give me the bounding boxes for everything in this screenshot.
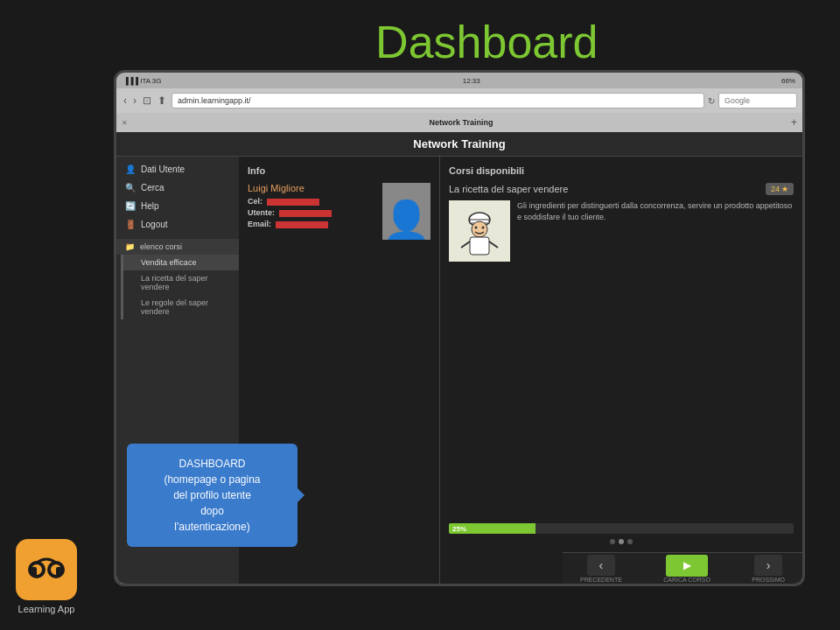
svg-point-4 bbox=[475, 227, 478, 229]
utente-label: Utente: bbox=[248, 208, 275, 217]
dot-2 bbox=[619, 539, 624, 544]
tab-close-button[interactable]: ✕ bbox=[122, 119, 128, 127]
info-section-title: Info bbox=[248, 165, 430, 176]
url-bar[interactable] bbox=[172, 93, 704, 108]
courses-section-title: Corsi disponibili bbox=[449, 165, 794, 176]
course-badge: 24 ★ bbox=[766, 183, 794, 195]
prev-nav-item: ‹ PRECEDENTE bbox=[580, 555, 622, 583]
next-nav-item: › PROSSIMO bbox=[752, 555, 785, 583]
progress-bar-background: 25% bbox=[449, 523, 794, 534]
help-icon: 🔄 bbox=[125, 201, 136, 211]
logo-svg bbox=[24, 552, 68, 587]
badge-number: 24 bbox=[771, 185, 780, 193]
chef-illustration bbox=[449, 200, 510, 262]
bottom-nav: ‹ PRECEDENTE ▶ CARICA CORSO › PROSSIMO bbox=[563, 552, 802, 584]
person-silhouette-icon: 👤 bbox=[382, 198, 430, 240]
share-button[interactable]: ⬆ bbox=[156, 94, 168, 107]
forward-button[interactable]: › bbox=[131, 94, 138, 107]
prev-label: PRECEDENTE bbox=[580, 577, 622, 583]
back-button[interactable]: ‹ bbox=[122, 94, 129, 107]
sidebar-item-dati-utente[interactable]: 👤 Dati Utente bbox=[116, 160, 239, 178]
bookmarks-button[interactable]: ⊡ bbox=[141, 94, 153, 107]
utente-value-redacted bbox=[279, 210, 332, 217]
email-label: Email: bbox=[248, 220, 271, 228]
sidebar-courses-section: 📁 elenco corsi bbox=[116, 239, 239, 255]
prev-button[interactable]: ‹ bbox=[587, 555, 616, 576]
tab-bar: ✕ Network Training + bbox=[116, 113, 802, 132]
tooltip-text: DASHBOARD(homepage o paginadel profilo u… bbox=[164, 458, 260, 533]
courses-panel: Corsi disponibili La ricetta del saper v… bbox=[440, 157, 802, 584]
dot-1 bbox=[610, 539, 615, 544]
course-title-row: La ricetta del saper vendere 24 ★ bbox=[449, 183, 794, 195]
course-details: Gli ingredienti per distinguerti dalla c… bbox=[449, 200, 794, 262]
logout-icon: 🚪 bbox=[125, 220, 136, 229]
nav-buttons: ‹ › ⊡ ⬆ bbox=[122, 94, 168, 107]
progress-bar-fill: 25% bbox=[449, 523, 536, 534]
folder-icon: 📁 bbox=[125, 242, 135, 251]
tab-label: Network Training bbox=[131, 118, 791, 127]
search-icon: 🔍 bbox=[125, 183, 136, 192]
signal-indicator: ▐▐▐ ITA 3G bbox=[123, 77, 162, 85]
svg-rect-6 bbox=[470, 237, 489, 255]
page-background: Dashboard ▐▐▐ ITA 3G 12:33 66% ‹ › ⊡ ⬆ ↻… bbox=[0, 0, 840, 630]
next-label: PROSSIMO bbox=[752, 577, 785, 583]
sidebar-label-logout: Logout bbox=[141, 220, 168, 229]
browser-top-bar: ‹ › ⊡ ⬆ ↻ bbox=[116, 88, 802, 113]
learning-app-logo: Learning App bbox=[16, 539, 77, 614]
progress-area: 25% bbox=[449, 523, 794, 544]
sidebar-label-dati-utente: Dati Utente bbox=[141, 164, 185, 174]
course-title: La ricetta del saper vendere bbox=[449, 184, 766, 194]
dots-row bbox=[449, 539, 794, 544]
google-search[interactable] bbox=[718, 93, 797, 108]
dot-3 bbox=[627, 539, 633, 544]
status-bar: ▐▐▐ ITA 3G 12:33 66% bbox=[116, 73, 802, 88]
sidebar-item-help[interactable]: 🔄 Help bbox=[116, 197, 239, 215]
page-title: Dashboard bbox=[375, 16, 598, 68]
email-value-redacted bbox=[276, 221, 328, 228]
svg-rect-12 bbox=[56, 567, 62, 576]
sidebar-course-vendita[interactable]: Vendita efficace bbox=[121, 255, 239, 270]
sidebar-item-cerca[interactable]: 🔍 Cerca bbox=[116, 178, 239, 197]
dashboard-tooltip: DASHBOARD(homepage o paginadel profilo u… bbox=[127, 444, 298, 547]
refresh-button[interactable]: ↻ bbox=[708, 96, 715, 106]
center-label: CARICA CORSO bbox=[663, 577, 710, 583]
cel-label: Cel: bbox=[248, 197, 262, 206]
sidebar-section-label: elenco corsi bbox=[140, 242, 182, 251]
sidebar-course-ricetta[interactable]: La ricetta del saper vendere bbox=[121, 270, 239, 295]
main-content: Info 👤 Luigi Migliore Cel: Utente: bbox=[239, 157, 802, 584]
logo-icon-background bbox=[16, 539, 77, 600]
app-header: Network Training bbox=[116, 132, 802, 157]
course-thumbnail bbox=[449, 200, 510, 262]
star-icon: ★ bbox=[781, 185, 788, 193]
user-icon: 👤 bbox=[125, 164, 136, 174]
new-tab-button[interactable]: + bbox=[791, 116, 797, 129]
svg-rect-11 bbox=[31, 567, 37, 576]
sidebar-item-logout[interactable]: 🚪 Logout bbox=[116, 215, 239, 234]
svg-point-5 bbox=[482, 227, 485, 229]
progress-percent: 25% bbox=[452, 525, 466, 533]
svg-point-3 bbox=[472, 221, 487, 237]
center-nav-item: ▶ CARICA CORSO bbox=[663, 555, 710, 583]
user-photo: 👤 bbox=[382, 183, 430, 240]
cel-value-redacted bbox=[267, 199, 319, 206]
sidebar-course-regole[interactable]: Le regole del saper vendere bbox=[121, 295, 239, 319]
logo-text: Learning App bbox=[18, 604, 75, 614]
clock: 12:33 bbox=[463, 77, 480, 85]
battery-indicator: 66% bbox=[781, 77, 795, 85]
sidebar-label-cerca: Cerca bbox=[141, 183, 164, 192]
course-item: La ricetta del saper vendere 24 ★ bbox=[449, 183, 794, 262]
sidebar-label-help: Help bbox=[141, 201, 159, 211]
course-description: Gli ingredienti per distinguerti dalla c… bbox=[517, 200, 794, 262]
load-course-button[interactable]: ▶ bbox=[666, 555, 708, 577]
next-button[interactable]: › bbox=[754, 555, 783, 576]
